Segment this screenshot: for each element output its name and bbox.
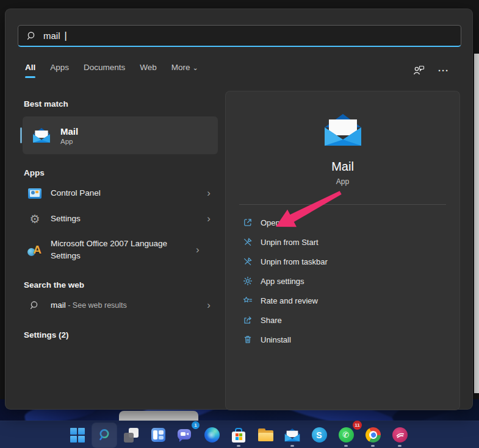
start-search-panel: mail | All Apps Documents Web More⌄ ··· … bbox=[5, 9, 473, 410]
search-filter-tabs: All Apps Documents Web More⌄ bbox=[25, 63, 198, 78]
file-explorer-icon bbox=[258, 428, 273, 441]
open-external-icon bbox=[243, 218, 253, 227]
microsoft-store-icon bbox=[231, 428, 246, 444]
tab-all[interactable]: All bbox=[25, 63, 35, 78]
detail-app-title: Mail bbox=[226, 160, 459, 174]
apps-header: Apps bbox=[24, 168, 45, 177]
taskbar: 1 bbox=[0, 421, 479, 448]
app-result-control-panel[interactable]: Control Panel › bbox=[23, 181, 219, 205]
detail-app-subtitle: App bbox=[226, 177, 459, 186]
search-icon bbox=[27, 31, 37, 41]
edge-browser-icon bbox=[204, 427, 220, 443]
tab-apps[interactable]: Apps bbox=[50, 63, 69, 78]
taskbar-pink-app-button[interactable] bbox=[387, 423, 412, 447]
action-open[interactable]: Open bbox=[226, 213, 459, 232]
web-query-text: mail bbox=[51, 300, 66, 310]
star-rate-icon bbox=[243, 296, 253, 305]
taskbar-search-button[interactable] bbox=[92, 423, 117, 447]
widgets-icon bbox=[151, 428, 165, 442]
search-query-text: mail bbox=[43, 30, 60, 41]
chevron-right-icon: › bbox=[207, 187, 211, 199]
more-options-icon[interactable]: ··· bbox=[438, 65, 449, 76]
settings-gear-icon: ⚙ bbox=[27, 213, 42, 225]
active-tab-underline bbox=[25, 76, 35, 78]
best-match-header: Best match bbox=[24, 99, 68, 108]
action-rate-review[interactable]: Rate and review bbox=[226, 291, 459, 310]
search-web-header: Search the web bbox=[24, 280, 84, 290]
taskbar-chrome-button[interactable] bbox=[361, 423, 385, 447]
control-panel-icon bbox=[27, 188, 42, 199]
chat-teams-icon bbox=[177, 428, 193, 443]
tab-documents[interactable]: Documents bbox=[84, 63, 125, 78]
web-suffix-text: - See web results bbox=[66, 301, 127, 310]
pink-app-icon bbox=[392, 427, 408, 443]
mail-app-icon-large bbox=[323, 114, 363, 147]
running-indicator bbox=[398, 445, 402, 447]
tab-more[interactable]: More⌄ bbox=[171, 63, 198, 78]
running-indicator bbox=[290, 445, 294, 447]
app-detail-pane: Mail App Open Unpin from Start Unpin fr bbox=[225, 91, 460, 410]
chevron-right-icon: › bbox=[207, 299, 211, 311]
whatsapp-notification-badge: 11 bbox=[353, 421, 362, 430]
best-match-title: Mail bbox=[60, 126, 78, 138]
search-icon bbox=[98, 428, 112, 442]
action-app-settings[interactable]: App settings bbox=[226, 271, 459, 291]
settings-group-header: Settings (2) bbox=[24, 330, 69, 340]
trash-icon bbox=[243, 335, 253, 344]
running-indicator bbox=[237, 445, 240, 447]
action-share[interactable]: Share bbox=[226, 310, 459, 330]
app-result-settings[interactable]: ⚙ Settings › bbox=[23, 207, 219, 231]
skype-icon: S bbox=[312, 427, 327, 443]
search-icon bbox=[27, 300, 42, 310]
best-match-subtitle: App bbox=[60, 138, 78, 145]
taskbar-edge-button[interactable] bbox=[200, 423, 224, 447]
tab-web[interactable]: Web bbox=[140, 63, 157, 78]
mail-app-icon bbox=[32, 128, 51, 143]
windows-logo-icon bbox=[70, 428, 85, 443]
office-language-icon: A bbox=[27, 243, 42, 257]
chat-notification-badge: 1 bbox=[192, 421, 200, 429]
web-result-mail[interactable]: mail - See web results › bbox=[23, 293, 219, 318]
action-unpin-start[interactable]: Unpin from Start bbox=[226, 232, 459, 252]
action-unpin-taskbar[interactable]: Unpin from taskbar bbox=[226, 252, 459, 271]
taskbar-widgets-button[interactable] bbox=[146, 423, 170, 447]
action-uninstall[interactable]: Uninstall bbox=[226, 330, 459, 349]
text-cursor: | bbox=[65, 30, 67, 41]
background-window-edge bbox=[474, 54, 479, 393]
unpin-icon bbox=[243, 257, 253, 266]
feedback-account-icon[interactable] bbox=[413, 65, 425, 76]
taskbar-file-explorer-button[interactable] bbox=[253, 423, 278, 447]
background-window-titlebar bbox=[119, 411, 198, 421]
running-indicator bbox=[344, 445, 348, 447]
taskbar-task-view-button[interactable] bbox=[119, 423, 143, 447]
unpin-icon bbox=[243, 237, 253, 247]
task-view-icon bbox=[124, 428, 139, 443]
app-result-office-language-settings[interactable]: A Microsoft Office 2007 Language Setting… bbox=[23, 232, 219, 268]
chrome-icon bbox=[362, 424, 383, 445]
taskbar-chat-button[interactable]: 1 bbox=[173, 423, 197, 447]
mail-app-icon bbox=[284, 428, 300, 442]
search-input[interactable]: mail | bbox=[18, 25, 461, 47]
chevron-down-icon: ⌄ bbox=[193, 64, 198, 71]
taskbar-start-button[interactable] bbox=[65, 423, 90, 447]
taskbar-skype-button[interactable]: S bbox=[307, 423, 331, 447]
chevron-right-icon: › bbox=[207, 213, 211, 225]
best-match-accent-bar bbox=[20, 127, 22, 143]
share-icon bbox=[243, 315, 253, 325]
whatsapp-icon: ✆ bbox=[339, 427, 354, 443]
running-indicator bbox=[371, 445, 375, 447]
taskbar-whatsapp-button[interactable]: ✆ 11 bbox=[334, 423, 358, 447]
taskbar-mail-button[interactable] bbox=[280, 423, 304, 447]
detail-divider bbox=[239, 204, 446, 205]
gear-icon bbox=[243, 276, 253, 286]
chevron-right-icon: › bbox=[196, 244, 200, 256]
best-match-result-mail[interactable]: Mail App bbox=[23, 116, 218, 154]
taskbar-store-button[interactable] bbox=[226, 423, 251, 447]
